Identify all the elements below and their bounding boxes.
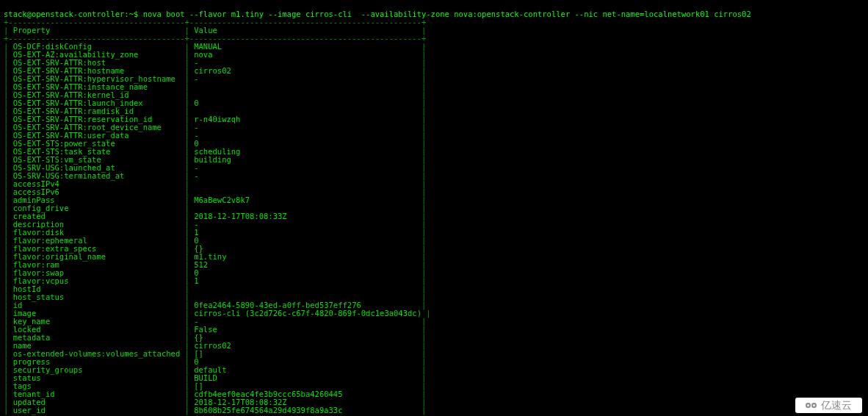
terminal-output[interactable]: stack@openstack-controller:~$ nova boot … — [0, 0, 868, 416]
watermark-logo-icon — [806, 403, 817, 408]
watermark-text: 亿速云 — [821, 401, 852, 409]
watermark-badge: 亿速云 — [795, 398, 862, 413]
table-body: | OS-DCF:diskConfig | MANUAL | | OS-EXT-… — [4, 43, 864, 415]
